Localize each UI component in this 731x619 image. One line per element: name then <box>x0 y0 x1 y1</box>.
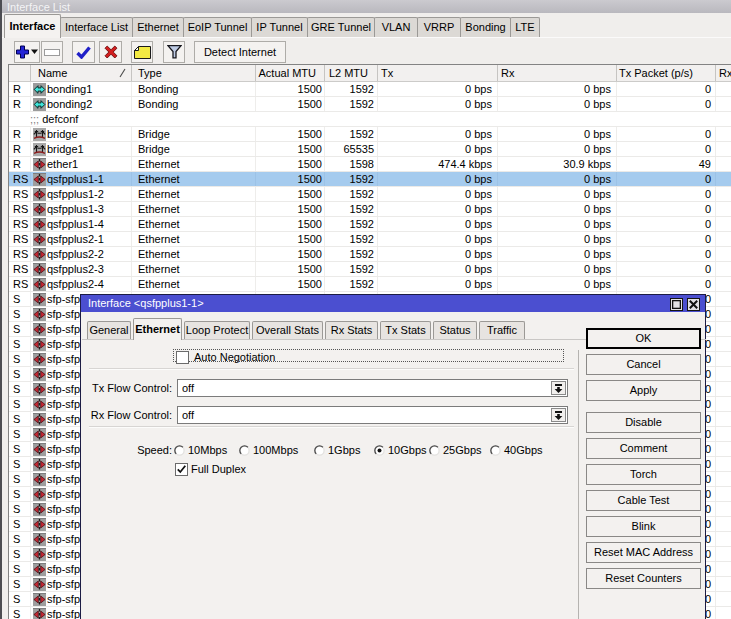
table-row-qsfpplus2-2[interactable]: RSqsfpplus2-2Ethernet150015920 bps0 bps0 <box>9 247 731 262</box>
tab-interface-list[interactable]: Interface List <box>60 17 133 37</box>
radio-circle <box>314 445 325 456</box>
tab-ip-tunnel[interactable]: IP Tunnel <box>251 17 308 37</box>
table-row-qsfpplus1-2[interactable]: RSqsfpplus1-2Ethernet150015920 bps0 bps0 <box>9 187 731 202</box>
cell: 0 bps <box>498 127 617 141</box>
tab-bonding[interactable]: Bonding <box>460 17 511 37</box>
column-header-tx[interactable]: Tx <box>378 65 498 81</box>
name-cell: ether1 <box>31 157 132 171</box>
cell: 0 <box>617 97 716 111</box>
window-titlebar[interactable]: Interface List <box>2 0 731 13</box>
speed-radio-1gbps[interactable]: 1Gbps <box>314 444 360 456</box>
close-icon[interactable] <box>687 298 700 311</box>
dialog-titlebar[interactable]: Interface <qsfpplus1-1> <box>81 295 705 312</box>
dialog-tab-general[interactable]: General <box>87 321 131 339</box>
enable-button[interactable] <box>72 41 95 63</box>
cell: R <box>9 127 31 141</box>
speed-radio-40gbps[interactable]: 40Gbps <box>490 444 543 456</box>
table-row-bridge[interactable]: RbridgeBridge150015920 bps0 bps0 <box>9 127 731 142</box>
rx-flow-control-dropdown-button[interactable] <box>551 408 566 422</box>
comment-button[interactable]: Comment <box>586 438 701 459</box>
table-row-ether1[interactable]: Rether1Ethernet15001598474.4 kbps30.9 kb… <box>9 157 731 172</box>
cell: Ethernet <box>132 172 256 186</box>
tx-flow-control-field[interactable]: off <box>177 379 568 397</box>
cell <box>716 547 731 561</box>
speed-radio-25gbps[interactable]: 25Gbps <box>429 444 482 456</box>
add-button[interactable] <box>14 41 40 63</box>
cancel-button[interactable]: Cancel <box>586 354 701 375</box>
tab-eoip-tunnel[interactable]: EoIP Tunnel <box>183 17 252 37</box>
cell: 0 bps <box>498 202 617 216</box>
tab-vrrp[interactable]: VRRP <box>417 17 461 37</box>
auto-negotiation-checkbox[interactable] <box>176 351 189 364</box>
disable-button[interactable] <box>99 41 122 63</box>
table-row-bonding1[interactable]: Rbonding1Bonding150015920 bps0 bps0 <box>9 82 731 97</box>
table-row-qsfpplus2-4[interactable]: RSqsfpplus2-4Ethernet150015920 bps0 bps0 <box>9 277 731 292</box>
cell: S <box>9 592 31 606</box>
dialog-tab-rx-stats[interactable]: Rx Stats <box>325 321 378 339</box>
dialog-tab-loop-protect[interactable]: Loop Protect <box>184 321 250 339</box>
winbox-app: Interface List InterfaceInterface ListEt… <box>0 0 731 619</box>
cell: Ethernet <box>132 187 256 201</box>
table-row-qsfpplus2-3[interactable]: RSqsfpplus2-3Ethernet150015920 bps0 bps0 <box>9 262 731 277</box>
cell: 1500 <box>256 277 325 291</box>
disable-button[interactable]: Disable <box>586 412 701 433</box>
tab-gre-tunnel[interactable]: GRE Tunnel <box>307 17 375 37</box>
cell: R <box>9 142 31 156</box>
ok-button[interactable]: OK <box>586 328 701 349</box>
speed-radio-10gbps[interactable]: 10Gbps <box>374 444 427 456</box>
table-row-bonding2[interactable]: Rbonding2Bonding150015920 bps0 bps0 <box>9 97 731 112</box>
column-header-actual-mtu[interactable]: Actual MTU <box>256 65 325 81</box>
tab-interface[interactable]: Interface <box>4 14 61 38</box>
cell: Ethernet <box>132 277 256 291</box>
column-header-flags[interactable] <box>9 65 31 81</box>
blink-button[interactable]: Blink <box>586 516 701 537</box>
tab-lte[interactable]: LTE <box>510 17 540 37</box>
dialog-tab-tx-stats[interactable]: Tx Stats <box>380 321 431 339</box>
table-row-bridge1[interactable]: Rbridge1Bridge1500655350 bps0 bps0 <box>9 142 731 157</box>
table-row-qsfpplus1-1[interactable]: RSqsfpplus1-1Ethernet150015920 bps0 bps0 <box>9 172 731 187</box>
column-header-rx[interactable]: Rx <box>498 65 617 81</box>
reset-counters-button[interactable]: Reset Counters <box>586 568 701 589</box>
rx-flow-control-field[interactable]: off <box>177 406 568 424</box>
table-row-qsfpplus1-3[interactable]: RSqsfpplus1-3Ethernet150015920 bps0 bps0 <box>9 202 731 217</box>
remove-button[interactable] <box>41 41 63 63</box>
column-header-rx-packet-p-s-[interactable]: Rx Packet (p/s) <box>716 65 731 81</box>
cell <box>716 217 731 231</box>
column-header-tx-packet-p-s-[interactable]: Tx Packet (p/s) <box>617 65 716 81</box>
tab-ethernet[interactable]: Ethernet <box>132 17 184 37</box>
cell: 1500 <box>256 82 325 96</box>
comment-button[interactable] <box>131 41 153 63</box>
rx-flow-control-label: Rx Flow Control: <box>81 408 172 422</box>
torch-button[interactable]: Torch <box>586 464 701 485</box>
table-header[interactable]: NameTypeActual MTUL2 MTUTxRxTx Packet (p… <box>9 65 731 82</box>
column-header-name[interactable]: Name <box>31 65 132 81</box>
apply-button[interactable]: Apply <box>586 380 701 401</box>
dialog-tab-ethernet[interactable]: Ethernet <box>133 318 182 340</box>
dialog-tab-traffic[interactable]: Traffic <box>479 321 525 339</box>
filter-button[interactable] <box>163 41 185 63</box>
dialog-tab-overall-stats[interactable]: Overall Stats <box>252 321 323 339</box>
cell: 0 <box>617 202 716 216</box>
column-header-type[interactable]: Type <box>132 65 256 81</box>
full-duplex-checkbox[interactable] <box>175 463 188 476</box>
speed-radio-100mbps[interactable]: 100Mbps <box>239 444 298 456</box>
reset-mac-address-button[interactable]: Reset MAC Address <box>586 542 701 563</box>
speed-radio-10mbps[interactable]: 10Mbps <box>174 444 227 456</box>
table-row-qsfpplus1-4[interactable]: RSqsfpplus1-4Ethernet150015920 bps0 bps0 <box>9 217 731 232</box>
detect-internet-button[interactable]: Detect Internet <box>194 41 286 63</box>
radio-circle <box>174 445 185 456</box>
dialog-tab-status[interactable]: Status <box>433 321 477 339</box>
cell: 1500 <box>256 247 325 261</box>
ethernet-icon <box>33 473 46 486</box>
table-row-comment[interactable]: ;;; defconf <box>9 112 731 127</box>
cell: 1592 <box>325 262 378 276</box>
maximize-icon[interactable] <box>670 298 683 311</box>
tx-flow-control-dropdown-button[interactable] <box>551 381 566 395</box>
tab-vlan[interactable]: VLAN <box>374 17 418 37</box>
ethernet-icon <box>33 368 46 381</box>
column-header-l2-mtu[interactable]: L2 MTU <box>325 65 378 81</box>
ethernet-icon <box>33 398 46 411</box>
interface-dialog: Interface <qsfpplus1-1> GeneralEthernetL… <box>80 294 706 619</box>
table-row-qsfpplus2-1[interactable]: RSqsfpplus2-1Ethernet150015920 bps0 bps0 <box>9 232 731 247</box>
cable-test-button[interactable]: Cable Test <box>586 490 701 511</box>
